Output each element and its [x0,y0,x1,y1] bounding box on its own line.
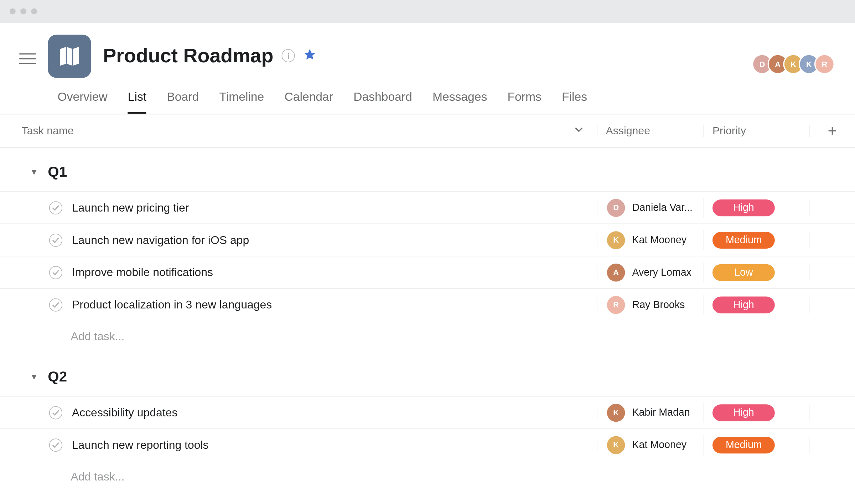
tab-forms[interactable]: Forms [507,90,541,114]
tab-overview[interactable]: Overview [57,90,107,114]
tab-timeline[interactable]: Timeline [219,90,264,114]
task-cell[interactable]: Launch new navigation for iOS app [0,233,597,246]
assignee-name: Kabir Madan [632,406,690,419]
section-header[interactable]: ▼Q1 [0,148,855,191]
chevron-down-icon[interactable] [574,125,584,137]
complete-check-icon[interactable] [49,438,62,451]
star-icon[interactable] [303,48,316,64]
add-task-button[interactable]: Add task... [0,321,855,353]
assignee-name: Kat Mooney [632,234,687,246]
assignee-cell[interactable]: KKat Mooney [597,435,704,455]
assignee-name: Ray Brooks [632,298,685,311]
add-column-button[interactable]: + [809,121,855,140]
task-title: Product localization in 3 new languages [72,298,272,311]
assignee-avatar: K [606,435,626,455]
assignee-cell[interactable]: DDaniela Var... [597,197,704,218]
task-row: Launch new pricing tierDDaniela Var...Hi… [0,191,855,224]
tab-messages[interactable]: Messages [432,90,487,114]
priority-pill: Medium [712,436,775,453]
collaborator-avatar[interactable]: R [814,54,835,74]
project-icon[interactable] [48,35,91,78]
tab-list[interactable]: List [128,90,146,114]
priority-cell[interactable]: High [704,296,809,313]
complete-check-icon[interactable] [49,406,62,419]
complete-check-icon[interactable] [49,201,62,214]
task-row: Improve mobile notificationsAAvery Lomax… [0,256,855,288]
complete-check-icon[interactable] [49,298,62,311]
task-cell[interactable]: Launch new pricing tier [0,201,597,214]
priority-cell[interactable]: High [704,404,809,421]
assignee-name: Avery Lomax [632,266,691,279]
task-title: Launch new reporting tools [72,438,209,451]
priority-pill: High [712,296,775,313]
column-header-row: Task name Assignee Priority + [0,114,855,148]
task-title: Launch new pricing tier [72,201,189,214]
assignee-cell[interactable]: KKat Mooney [597,230,704,250]
task-title: Improve mobile notifications [72,266,213,279]
tab-dashboard[interactable]: Dashboard [353,90,412,114]
priority-pill: High [712,404,775,421]
traffic-light-close[interactable] [10,9,16,15]
task-cell[interactable]: Product localization in 3 new languages [0,298,597,311]
complete-check-icon[interactable] [49,233,62,246]
priority-pill: High [712,199,775,216]
tab-files[interactable]: Files [562,90,587,114]
project-title[interactable]: Product Roadmap [103,44,273,67]
column-priority[interactable]: Priority [704,125,809,137]
priority-cell[interactable]: High [704,199,809,216]
caret-down-icon[interactable]: ▼ [30,167,38,177]
caret-down-icon[interactable]: ▼ [30,372,38,382]
tab-board[interactable]: Board [167,90,199,114]
complete-check-icon[interactable] [49,266,62,279]
priority-cell[interactable]: Low [704,264,809,281]
map-icon [57,44,82,69]
task-cell[interactable]: Improve mobile notifications [0,266,597,279]
assignee-avatar: A [606,262,626,282]
collaborators-stack[interactable]: DAKKR [757,54,835,74]
column-assignee[interactable]: Assignee [597,125,704,137]
task-title: Launch new navigation for iOS app [72,233,249,246]
tab-calendar[interactable]: Calendar [284,90,333,114]
view-tabs: OverviewListBoardTimelineCalendarDashboa… [0,78,855,115]
priority-cell[interactable]: Medium [704,232,809,248]
traffic-light-max[interactable] [31,9,37,15]
assignee-avatar: K [606,230,626,250]
task-row: Product localization in 3 new languagesR… [0,288,855,321]
column-task-name[interactable]: Task name [22,125,74,137]
assignee-name: Kat Mooney [632,439,687,451]
task-title: Accessibility updates [72,406,178,419]
assignee-avatar: R [606,295,626,315]
assignee-cell[interactable]: RRay Brooks [597,295,704,315]
task-cell[interactable]: Accessibility updates [0,406,597,419]
section-name: Q1 [48,163,67,180]
traffic-light-min[interactable] [20,9,26,15]
priority-pill: Low [712,264,775,281]
assignee-cell[interactable]: AAvery Lomax [597,262,704,282]
window-titlebar [0,0,855,23]
task-row: Accessibility updatesKKabir MadanHigh [0,396,855,428]
section-header[interactable]: ▼Q2 [0,353,855,396]
info-icon[interactable]: i [282,49,295,62]
section-name: Q2 [48,368,67,385]
hamburger-menu-button[interactable] [19,50,36,67]
priority-pill: Medium [712,232,775,248]
assignee-avatar: D [606,197,626,218]
task-row: Launch new reporting toolsKKat MooneyMed… [0,428,855,461]
assignee-cell[interactable]: KKabir Madan [597,402,704,422]
task-cell[interactable]: Launch new reporting tools [0,438,597,451]
add-task-button[interactable]: Add task... [0,461,855,493]
assignee-avatar: K [606,402,626,422]
assignee-name: Daniela Var... [632,202,693,214]
task-row: Launch new navigation for iOS appKKat Mo… [0,223,855,256]
priority-cell[interactable]: Medium [704,436,809,453]
